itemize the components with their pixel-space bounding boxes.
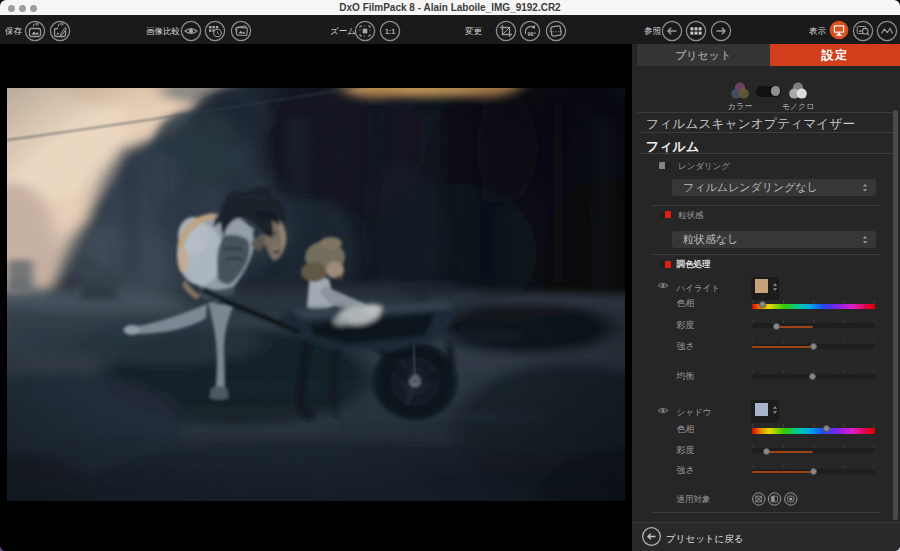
svg-text:90°: 90° — [527, 31, 535, 37]
svg-text:1:1: 1:1 — [384, 28, 394, 35]
